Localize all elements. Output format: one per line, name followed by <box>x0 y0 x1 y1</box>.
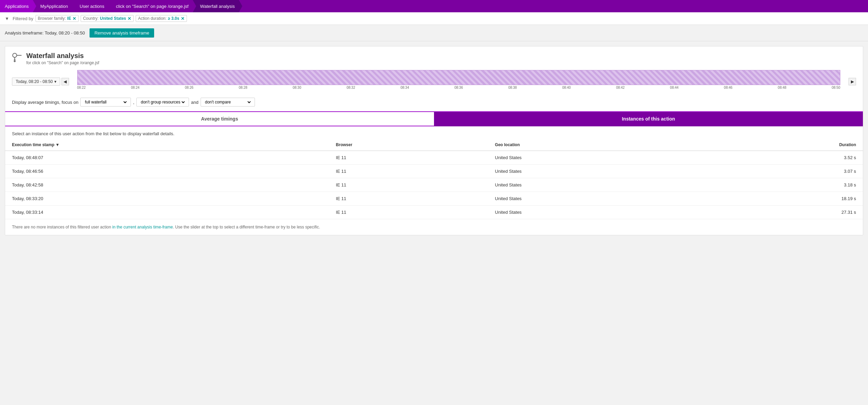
cell-duration: 18.19 s <box>702 192 863 206</box>
col-duration-label: Duration <box>839 142 856 147</box>
timeline-row: Today, 08:20 - 08:50 ▾ ◀ 08:2208:2408:26… <box>5 69 863 95</box>
waterfall-icon <box>12 53 22 65</box>
main-card: Waterfall analysis for click on "Search"… <box>5 46 863 235</box>
timeframe-bar: Analysis timeframe: Today, 08:20 - 08:50… <box>0 25 868 41</box>
cell-geo: United States <box>488 206 701 219</box>
waterfall-title: Waterfall analysis <box>26 52 99 60</box>
col-geo: Geo location <box>488 139 701 151</box>
breadcrumb-click-search-label: click on "Search" on page /orange.jsf <box>116 4 188 9</box>
breadcrumb-user-actions-label: User actions <box>80 4 104 9</box>
timeline-next-button[interactable]: ▶ <box>849 78 856 85</box>
filter-tag-browser: Browser family: IE ✕ <box>36 15 79 22</box>
breadcrumb-user-actions[interactable]: User actions <box>72 0 108 12</box>
filter-browser-value: IE <box>67 16 71 21</box>
display-options: Display average timings, focus on full w… <box>5 95 863 111</box>
col-geo-label: Geo location <box>495 142 520 147</box>
filter-duration-remove[interactable]: ✕ <box>181 16 185 21</box>
table-row[interactable]: Today, 08:48:07 IE 11 United States 3.52… <box>5 151 863 165</box>
breadcrumb-applications-label: Applications <box>5 4 29 9</box>
filter-country-value: United States <box>100 16 126 21</box>
breadcrumb-myapplication-label: MyApplication <box>40 4 68 9</box>
timeline-label: 08:36 <box>455 86 463 89</box>
filter-icon: ▼ <box>5 16 9 21</box>
filter-tag-duration: Action duration: ≥ 3.0s ✕ <box>136 15 187 22</box>
col-browser-label: Browser <box>336 142 352 147</box>
filter-duration-key: Action duration: <box>138 16 166 21</box>
timeline-label: 08:42 <box>616 86 625 89</box>
table-row[interactable]: Today, 08:46:56 IE 11 United States 3.07… <box>5 165 863 178</box>
cell-duration: 3.18 s <box>702 178 863 192</box>
cell-geo: United States <box>488 192 701 206</box>
cell-duration: 27.31 s <box>702 206 863 219</box>
timeline-label: 08:50 <box>832 86 840 89</box>
timeline-label: 08:46 <box>724 86 732 89</box>
waterfall-subtitle: for click on "Search" on page /orange.js… <box>26 60 99 65</box>
grouping-select-input[interactable]: don't group resources group by domain <box>139 99 186 105</box>
grouping-select[interactable]: don't group resources group by domain <box>136 98 189 107</box>
timeline-prev-button[interactable]: ◀ <box>62 78 69 85</box>
filter-duration-value: ≥ 3.0s <box>168 16 179 21</box>
cell-geo: United States <box>488 165 701 178</box>
timeline-chart[interactable] <box>77 70 840 85</box>
col-timestamp[interactable]: Execution time stamp ▼ <box>5 139 329 151</box>
compare-select-input[interactable]: don't compare compare with previous <box>204 99 252 105</box>
no-more-message: There are no more instances of this filt… <box>5 219 863 235</box>
timeline-label: 08:24 <box>131 86 139 89</box>
col-duration: Duration <box>702 139 863 151</box>
focus-select[interactable]: full waterfall third party resources <box>80 98 131 107</box>
timeline-label: 08:40 <box>562 86 571 89</box>
table-header-row: Execution time stamp ▼ Browser Geo locat… <box>5 139 863 151</box>
timeline-label: 08:30 <box>293 86 301 89</box>
cell-browser: IE 11 <box>329 206 488 219</box>
separator1: , <box>133 100 134 105</box>
compare-select[interactable]: don't compare compare with previous <box>201 98 255 107</box>
breadcrumb-click-search[interactable]: click on "Search" on page /orange.jsf <box>108 0 192 12</box>
cell-timestamp: Today, 08:46:56 <box>5 165 329 178</box>
filter-country-key: Country: <box>83 16 98 21</box>
timeline-label: 08:32 <box>347 86 355 89</box>
tab-instances[interactable]: Instances of this action <box>434 112 863 126</box>
table-header: Execution time stamp ▼ Browser Geo locat… <box>5 139 863 151</box>
timeline-range-label: Today, 08:20 - 08:50 <box>16 79 53 84</box>
cell-geo: United States <box>488 151 701 165</box>
timeline-label: 08:48 <box>778 86 786 89</box>
filter-browser-remove[interactable]: ✕ <box>72 16 76 21</box>
timeline-label: 08:22 <box>77 86 86 89</box>
filter-country-remove[interactable]: ✕ <box>127 16 131 21</box>
tab-average-timings-label: Average timings <box>201 116 238 122</box>
col-browser: Browser <box>329 139 488 151</box>
cell-timestamp: Today, 08:42:58 <box>5 178 329 192</box>
col-timestamp-label: Execution time stamp ▼ <box>12 142 59 147</box>
tab-instances-label: Instances of this action <box>622 116 675 122</box>
breadcrumb-applications[interactable]: Applications <box>0 0 33 12</box>
table-row[interactable]: Today, 08:42:58 IE 11 United States 3.18… <box>5 178 863 192</box>
display-options-prefix: Display average timings, focus on <box>12 100 78 105</box>
timeline-dropdown[interactable]: Today, 08:20 - 08:50 ▾ <box>12 78 60 86</box>
remove-timeframe-button[interactable]: Remove analysis timeframe <box>90 28 154 38</box>
breadcrumb-waterfall[interactable]: Waterfall analysis <box>193 0 239 12</box>
waterfall-header: Waterfall analysis for click on "Search"… <box>5 46 863 69</box>
cell-timestamp: Today, 08:33:20 <box>5 192 329 206</box>
breadcrumb: Applications MyApplication User actions … <box>0 0 868 12</box>
tabs-row: Average timings Instances of this action <box>5 111 863 126</box>
filter-browser-key: Browser family: <box>38 16 66 21</box>
focus-select-input[interactable]: full waterfall third party resources <box>83 99 128 105</box>
filter-label: Filtered by <box>13 16 33 21</box>
cell-timestamp: Today, 08:33:14 <box>5 206 329 219</box>
tab-average-timings[interactable]: Average timings <box>5 112 434 126</box>
no-more-text: There are no more instances of this filt… <box>12 225 320 229</box>
cell-browser: IE 11 <box>329 151 488 165</box>
chevron-down-icon: ▾ <box>54 79 56 84</box>
cell-duration: 3.07 s <box>702 165 863 178</box>
breadcrumb-waterfall-label: Waterfall analysis <box>200 4 235 9</box>
table-row[interactable]: Today, 08:33:14 IE 11 United States 27.3… <box>5 206 863 219</box>
timeline-label: 08:26 <box>185 86 193 89</box>
timeline-label: 08:28 <box>239 86 247 89</box>
table-row[interactable]: Today, 08:33:20 IE 11 United States 18.1… <box>5 192 863 206</box>
timeline-fill <box>78 70 840 85</box>
timeline-label: 08:38 <box>508 86 517 89</box>
cell-duration: 3.52 s <box>702 151 863 165</box>
footer-timeframe-link[interactable]: in the current analysis time-frame <box>112 225 173 229</box>
instance-description: Select an instance of this user action f… <box>5 126 863 139</box>
breadcrumb-myapplication[interactable]: MyApplication <box>33 0 72 12</box>
